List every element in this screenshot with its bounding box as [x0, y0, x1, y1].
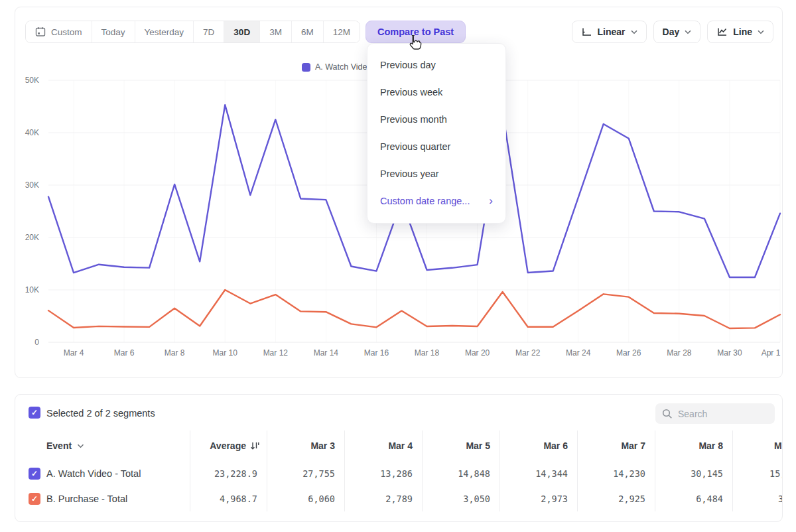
day-column-header-clipped: M: [732, 431, 783, 461]
menu-item-previous-day[interactable]: Previous day: [367, 51, 505, 78]
table-row-watch-video[interactable]: ✓ A. Watch Video - Total: [15, 461, 190, 486]
cell-value: 14,344: [499, 461, 577, 486]
date-preset-today[interactable]: Today: [92, 21, 135, 42]
event-column-header[interactable]: Event: [15, 431, 190, 461]
cell-value: 13,286: [344, 461, 422, 486]
svg-text:Mar 20: Mar 20: [465, 348, 490, 358]
svg-text:Apr 1: Apr 1: [762, 348, 781, 358]
day-column-header: Mar 7: [577, 431, 655, 461]
svg-text:50K: 50K: [25, 76, 39, 85]
day-column-header: Mar 4: [344, 431, 422, 461]
menu-item-previous-quarter[interactable]: Previous quarter: [367, 133, 505, 160]
search-input[interactable]: [678, 409, 764, 419]
average-value: 23,228.9: [190, 461, 267, 486]
menu-item-previous-year[interactable]: Previous year: [367, 160, 505, 187]
date-preset-12m[interactable]: 12M: [323, 21, 360, 42]
chart-toolbar: Custom Today Yesterday 7D 30D 3M 6M 12M …: [25, 21, 773, 43]
row-label: A. Watch Video - Total: [46, 468, 141, 479]
date-range-control: Custom Today Yesterday 7D 30D 3M 6M 12M: [25, 21, 360, 43]
svg-text:Mar 26: Mar 26: [616, 348, 641, 358]
row-checkbox-purchase[interactable]: ✓: [29, 493, 40, 505]
table-row-purchase[interactable]: ✓ B. Purchase - Total: [15, 486, 190, 511]
cell-value: 3,050: [422, 486, 499, 511]
segments-panel: ✓ Selected 2 of 2 segments Event Average…: [15, 394, 783, 522]
date-preset-custom[interactable]: Custom: [26, 21, 92, 42]
hand-cursor-icon: [405, 33, 423, 53]
interval-label: Day: [663, 27, 680, 37]
day-column-header: Mar 6: [499, 431, 577, 461]
svg-text:Mar 28: Mar 28: [667, 348, 692, 358]
menu-item-previous-week[interactable]: Previous week: [367, 78, 505, 105]
svg-text:20K: 20K: [25, 233, 39, 242]
calendar-icon: [35, 27, 46, 37]
svg-text:Mar 24: Mar 24: [566, 348, 591, 358]
chevron-down-icon: [77, 444, 84, 448]
cell-value: 6,060: [267, 486, 344, 511]
day-column-header: Mar 5: [422, 431, 499, 461]
segments-table: Event Average Mar 3 Mar 4 Mar 5 Mar 6 Ma…: [15, 431, 783, 511]
menu-item-previous-month[interactable]: Previous month: [367, 105, 505, 133]
sort-descending-icon: [250, 441, 260, 450]
scale-label: Linear: [598, 27, 626, 37]
line-chart-icon: [716, 27, 728, 37]
date-preset-30d[interactable]: 30D: [224, 21, 259, 42]
cell-value: 2,925: [577, 486, 655, 511]
cell-value: 27,755: [267, 461, 344, 486]
search-icon: [662, 409, 673, 419]
date-preset-label: Custom: [51, 27, 82, 37]
svg-text:Mar 14: Mar 14: [314, 348, 339, 358]
svg-text:Mar 22: Mar 22: [515, 348, 541, 358]
chart-type-dropdown-button[interactable]: Line: [707, 21, 773, 43]
average-value: 4,968.7: [190, 486, 267, 511]
select-all-checkbox[interactable]: ✓: [29, 407, 40, 419]
svg-text:Mar 8: Mar 8: [165, 348, 185, 358]
svg-text:40K: 40K: [25, 128, 39, 137]
cell-value: 2,789: [344, 486, 422, 511]
cell-value: 14,848: [422, 461, 499, 486]
svg-text:10K: 10K: [25, 285, 39, 295]
legend-swatch-purple: [302, 63, 310, 72]
cell-value: 30,145: [655, 461, 732, 486]
row-label: B. Purchase - Total: [46, 494, 127, 504]
svg-text:Mar 10: Mar 10: [213, 348, 238, 358]
scale-dropdown-button[interactable]: Linear: [572, 21, 647, 43]
cell-value-clipped: 3,: [732, 486, 783, 511]
cell-value: 14,230: [577, 461, 655, 486]
selected-segments-label: Selected 2 of 2 segments: [46, 408, 155, 419]
date-preset-yesterday[interactable]: Yesterday: [135, 21, 194, 42]
date-preset-6m[interactable]: 6M: [291, 21, 323, 42]
svg-text:Mar 6: Mar 6: [114, 348, 135, 358]
date-preset-3m[interactable]: 3M: [259, 21, 291, 42]
day-column-header: Mar 8: [655, 431, 732, 461]
svg-text:Mar 12: Mar 12: [263, 348, 289, 358]
date-preset-7d[interactable]: 7D: [193, 21, 224, 42]
average-column-header[interactable]: Average: [190, 431, 267, 461]
svg-text:Mar 4: Mar 4: [64, 348, 84, 358]
svg-text:30K: 30K: [25, 180, 39, 190]
cell-value-clipped: 15,: [732, 461, 783, 486]
menu-item-custom-date-range[interactable]: Custom date range... ›: [367, 187, 505, 214]
svg-text:Mar 16: Mar 16: [364, 348, 389, 358]
chevron-down-icon: [685, 30, 691, 34]
segments-header-row: ✓ Selected 2 of 2 segments: [15, 395, 782, 431]
chevron-right-icon: ›: [489, 195, 493, 206]
row-checkbox-watch-video[interactable]: ✓: [29, 468, 40, 480]
svg-text:Mar 18: Mar 18: [415, 348, 440, 358]
svg-text:Mar 30: Mar 30: [717, 348, 742, 358]
chart-type-label: Line: [733, 27, 752, 37]
search-box[interactable]: [655, 403, 775, 424]
compare-dropdown-menu: Previous day Previous week Previous mont…: [367, 43, 506, 224]
cell-value: 6,484: [655, 486, 732, 511]
interval-dropdown-button[interactable]: Day: [653, 21, 701, 43]
linear-axis-icon: [581, 27, 592, 37]
chevron-down-icon: [758, 30, 764, 34]
day-column-header: Mar 3: [267, 431, 344, 461]
chevron-down-icon: [631, 30, 637, 34]
svg-text:0: 0: [34, 338, 39, 347]
cell-value: 2,973: [499, 486, 577, 511]
